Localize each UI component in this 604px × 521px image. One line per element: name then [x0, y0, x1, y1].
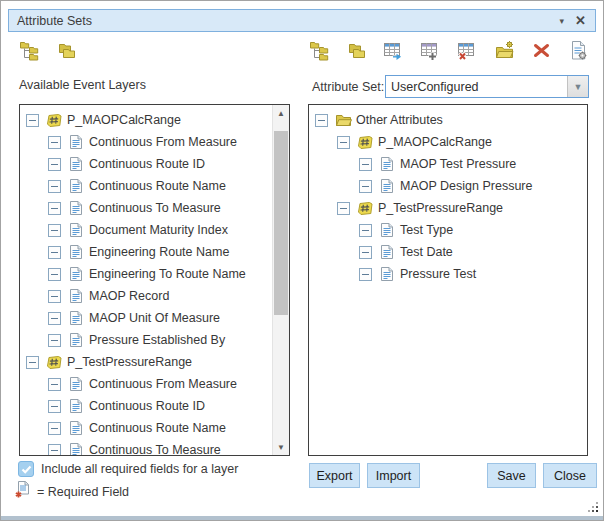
- import-button[interactable]: Import: [367, 463, 420, 488]
- collapse-toggle[interactable]: [48, 202, 61, 215]
- field-icon: [67, 134, 85, 150]
- tree-row[interactable]: Test Type: [309, 219, 587, 241]
- titlebar: Attribute Sets ▾ ✕: [8, 9, 596, 32]
- tree-node-label: Document Maturity Index: [89, 223, 228, 237]
- tree-row[interactable]: MAOP Unit Of Measure: [20, 307, 272, 329]
- table-remove-button[interactable]: [455, 40, 479, 64]
- tree-row[interactable]: P_TestPressureRange: [20, 351, 272, 373]
- tree-row[interactable]: Continuous From Measure: [20, 373, 272, 395]
- tree-row[interactable]: MAOP Record: [20, 285, 272, 307]
- tree-node-label: MAOP Unit Of Measure: [89, 311, 220, 325]
- properties-button[interactable]: [566, 40, 590, 64]
- open-folders-button[interactable]: [344, 40, 368, 64]
- event-layer-icon: [45, 113, 63, 128]
- add-layer-tree-button[interactable]: [307, 40, 331, 64]
- collapse-toggle[interactable]: [359, 224, 372, 237]
- event-layer-icon: [45, 355, 63, 370]
- tree-row[interactable]: P_MAOPCalcRange: [309, 131, 587, 153]
- collapse-toggle[interactable]: [48, 312, 61, 325]
- collapse-toggle[interactable]: [48, 136, 61, 149]
- delete-button[interactable]: [529, 40, 553, 64]
- tree-node-label: Continuous Route ID: [89, 157, 205, 171]
- field-icon: [67, 222, 85, 238]
- table-add-icon: [420, 40, 441, 64]
- collapse-toggle[interactable]: [48, 224, 61, 237]
- tree-node-label: P_MAOPCalcRange: [67, 113, 181, 127]
- tree-row[interactable]: Document Maturity Index: [20, 219, 272, 241]
- tree-row[interactable]: Pressure Established By: [20, 329, 272, 351]
- tree-row[interactable]: Engineering Route Name: [20, 241, 272, 263]
- collapse-toggle[interactable]: [315, 114, 328, 127]
- tree-node-label: Continuous From Measure: [89, 377, 237, 391]
- folder-icon: [334, 113, 352, 127]
- collapse-toggle[interactable]: [48, 422, 61, 435]
- required-field-label: = Required Field: [37, 485, 129, 499]
- scroll-up-icon[interactable]: ▲: [273, 105, 289, 121]
- field-icon: [67, 420, 85, 436]
- tree-node-label: Other Attributes: [356, 113, 443, 127]
- tree-row[interactable]: MAOP Test Pressure: [309, 153, 587, 175]
- tree-row[interactable]: Engineering To Route Name: [20, 263, 272, 285]
- tree-node-label: Engineering To Route Name: [89, 267, 246, 281]
- tree-node-label: Continuous Route Name: [89, 421, 226, 435]
- table-add-button[interactable]: [418, 40, 442, 64]
- tree-row[interactable]: Continuous To Measure: [20, 197, 272, 219]
- collapse-toggle[interactable]: [48, 334, 61, 347]
- collapse-toggle[interactable]: [26, 114, 39, 127]
- tree-row[interactable]: Continuous Route Name: [20, 175, 272, 197]
- include-required-checkbox[interactable]: [18, 461, 34, 477]
- scroll-down-icon[interactable]: ▼: [273, 439, 289, 455]
- tree-row[interactable]: Other Attributes: [309, 109, 587, 131]
- collapse-toggle[interactable]: [26, 356, 39, 369]
- available-layers-panel: P_MAOPCalcRange Continuous From Measure …: [19, 104, 290, 456]
- collapse-toggle[interactable]: [48, 378, 61, 391]
- tree-row[interactable]: Continuous From Measure: [20, 131, 272, 153]
- tree-row[interactable]: Pressure Test: [309, 263, 587, 285]
- collapse-toggle[interactable]: [48, 400, 61, 413]
- vertical-scrollbar[interactable]: ▲ ▼: [272, 105, 289, 455]
- field-icon: [67, 178, 85, 194]
- tree-row[interactable]: Continuous Route ID: [20, 153, 272, 175]
- collapse-toggle[interactable]: [48, 268, 61, 281]
- collapse-toggle[interactable]: [359, 158, 372, 171]
- attribute-set-dropdown[interactable]: UserConfigured ▼: [385, 75, 589, 98]
- field-icon: [378, 266, 396, 282]
- new-set-button[interactable]: [492, 40, 516, 64]
- collapse-toggle[interactable]: [359, 180, 372, 193]
- field-icon: [67, 200, 85, 216]
- collapse-toggle[interactable]: [48, 290, 61, 303]
- field-icon: [67, 398, 85, 414]
- resize-grip[interactable]: [587, 500, 600, 513]
- tree-row[interactable]: Test Date: [309, 241, 587, 263]
- folders-button[interactable]: [54, 40, 78, 64]
- layer-tree-button[interactable]: [17, 40, 41, 64]
- save-button[interactable]: Save: [487, 463, 536, 488]
- export-button[interactable]: Export: [309, 463, 360, 488]
- field-icon: [378, 156, 396, 172]
- collapse-toggle[interactable]: [359, 268, 372, 281]
- tree-row[interactable]: P_MAOPCalcRange: [20, 109, 272, 131]
- tree-row[interactable]: Continuous Route ID: [20, 395, 272, 417]
- tree-node-label: Pressure Test: [400, 267, 476, 281]
- close-button[interactable]: Close: [543, 463, 597, 488]
- collapse-toggle[interactable]: [359, 246, 372, 259]
- collapse-toggle[interactable]: [337, 136, 350, 149]
- attribute-sets-window: Attribute Sets ▾ ✕ Available: [0, 0, 604, 521]
- collapse-toggle[interactable]: [48, 444, 61, 457]
- collapse-window-icon[interactable]: ▾: [560, 16, 565, 26]
- chevron-down-icon[interactable]: ▼: [567, 76, 588, 97]
- tree-node-label: Test Type: [400, 223, 453, 237]
- tree-row[interactable]: P_TestPressureRange: [309, 197, 587, 219]
- tree-row[interactable]: Continuous Route Name: [20, 417, 272, 439]
- scrollbar-thumb[interactable]: [274, 131, 288, 315]
- tree-row[interactable]: Continuous To Measure: [20, 439, 272, 456]
- close-window-icon[interactable]: ✕: [575, 14, 586, 27]
- attribute-set-value: UserConfigured: [386, 76, 567, 97]
- collapse-toggle[interactable]: [48, 180, 61, 193]
- table-export-button[interactable]: [381, 40, 405, 64]
- tree-row[interactable]: MAOP Design Pressure: [309, 175, 587, 197]
- collapse-toggle[interactable]: [48, 158, 61, 171]
- folders-icon: [56, 40, 77, 64]
- collapse-toggle[interactable]: [48, 246, 61, 259]
- collapse-toggle[interactable]: [337, 202, 350, 215]
